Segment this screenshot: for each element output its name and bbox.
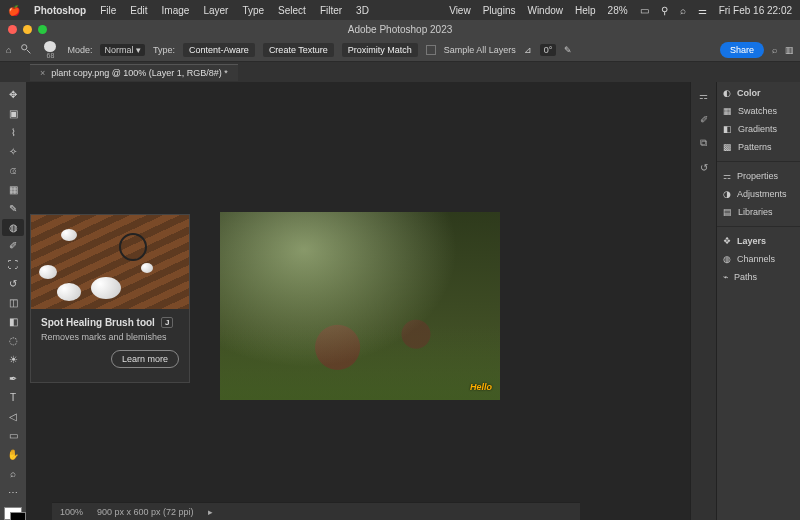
libraries-icon: ▤ (723, 207, 732, 217)
extras-icon[interactable]: ⋯ (2, 484, 24, 501)
pen-tool-icon[interactable]: ✒ (2, 370, 24, 387)
panel-patterns[interactable]: ▩Patterns (723, 140, 794, 154)
window-titlebar: Adobe Photoshop 2023 (0, 20, 800, 38)
pressure-icon[interactable]: ✎ (564, 45, 572, 55)
panel-color[interactable]: ◐Color (723, 86, 794, 100)
tooltip-image (31, 215, 189, 309)
properties-ribbon-icon[interactable]: ⚎ (695, 86, 713, 104)
properties-icon: ⚎ (723, 171, 731, 181)
eyedropper-tool-icon[interactable]: ✎ (2, 200, 24, 217)
move-tool-icon[interactable]: ✥ (2, 86, 24, 103)
panel-gradients[interactable]: ◧Gradients (723, 122, 794, 136)
paths-icon: ⌁ (723, 272, 728, 282)
menu-filter[interactable]: Filter (320, 5, 342, 16)
panel-layers[interactable]: ❖Layers (723, 234, 794, 248)
workspace-icon[interactable]: ▥ (785, 45, 794, 55)
search-icon[interactable]: ⌕ (772, 45, 777, 55)
channels-icon: ◍ (723, 254, 731, 264)
doc-dimensions[interactable]: 900 px x 600 px (72 ppi) (97, 507, 194, 517)
document-tab[interactable]: × plant copy.png @ 100% (Layer 1, RGB/8#… (30, 64, 238, 81)
share-button[interactable]: Share (720, 42, 764, 58)
document-tab-bar: × plant copy.png @ 100% (Layer 1, RGB/8#… (0, 62, 800, 82)
panel-libraries[interactable]: ▤Libraries (723, 205, 794, 219)
status-bar: 100% 900 px x 600 px (72 ppi) ▸ (52, 502, 580, 520)
lasso-tool-icon[interactable]: ⌇ (2, 124, 24, 141)
options-bar: ⌂ 68 Mode: Normal ▾ Type: Content-Aware … (0, 38, 800, 62)
zoom-tool-icon[interactable]: ⌕ (2, 465, 24, 482)
learn-more-button[interactable]: Learn more (111, 350, 179, 368)
blur-tool-icon[interactable]: ◌ (2, 332, 24, 349)
stamp-tool-icon[interactable]: ⛶ (2, 256, 24, 273)
brush-preview[interactable]: 68 (41, 41, 59, 59)
brush-tool-icon[interactable]: ✐ (2, 238, 24, 255)
panel-paths[interactable]: ⌁Paths (723, 270, 794, 284)
panel-properties[interactable]: ⚎Properties (723, 169, 794, 183)
type-label: Type: (153, 45, 175, 55)
brushes-ribbon-icon[interactable]: ✐ (695, 110, 713, 128)
menu-image[interactable]: Image (162, 5, 190, 16)
mode-select[interactable]: Normal ▾ (100, 44, 145, 56)
panels-dock: ◐Color ▦Swatches ◧Gradients ▩Patterns ⚎P… (716, 82, 800, 520)
menu-edit[interactable]: Edit (130, 5, 147, 16)
menu-select[interactable]: Select (278, 5, 306, 16)
menu-window[interactable]: Window (527, 5, 563, 16)
type-proximity-match[interactable]: Proximity Match (342, 43, 418, 57)
history-ribbon-icon[interactable]: ↺ (695, 158, 713, 176)
sample-all-label: Sample All Layers (444, 45, 516, 55)
panel-swatches[interactable]: ▦Swatches (723, 104, 794, 118)
mode-label: Mode: (67, 45, 92, 55)
type-create-texture[interactable]: Create Texture (263, 43, 334, 57)
canvas-area: Spot Healing Brush toolJ Removes marks a… (26, 82, 690, 520)
wand-tool-icon[interactable]: ✧ (2, 143, 24, 160)
tools-panel: ✥ ▣ ⌇ ✧ ⟃ ▦ ✎ ◍ ✐ ⛶ ↺ ◫ ◧ ◌ ☀ ✒ T ◁ ▭ ✋ … (0, 82, 26, 520)
swatches-icon: ▦ (723, 106, 732, 116)
history-brush-tool-icon[interactable]: ↺ (2, 275, 24, 292)
path-tool-icon[interactable]: ◁ (2, 408, 24, 425)
menu-file[interactable]: File (100, 5, 116, 16)
frame-tool-icon[interactable]: ▦ (2, 181, 24, 198)
panel-adjustments[interactable]: ◑Adjustments (723, 187, 794, 201)
color-swatch-icon[interactable] (4, 507, 22, 520)
type-tool-icon[interactable]: T (2, 389, 24, 406)
clone-ribbon-icon[interactable]: ⧉ (695, 134, 713, 152)
dodge-tool-icon[interactable]: ☀ (2, 351, 24, 368)
color-wheel-icon: ◐ (723, 88, 731, 98)
panel-channels[interactable]: ◍Channels (723, 252, 794, 266)
sample-all-checkbox[interactable] (426, 45, 436, 55)
status-chevron-icon[interactable]: ▸ (208, 507, 213, 517)
marquee-tool-icon[interactable]: ▣ (2, 105, 24, 122)
spot-heal-tool-icon[interactable]: ◍ (2, 219, 24, 236)
app-name[interactable]: Photoshop (34, 5, 86, 16)
tooltip-title: Spot Healing Brush tool (41, 317, 155, 328)
shape-tool-icon[interactable]: ▭ (2, 427, 24, 444)
tool-tooltip: Spot Healing Brush toolJ Removes marks a… (30, 214, 190, 383)
window-title: Adobe Photoshop 2023 (0, 24, 800, 35)
tool-preset-icon[interactable] (19, 42, 33, 58)
menu-plugins[interactable]: Plugins (483, 5, 516, 16)
control-center-icon[interactable]: ⚌ (698, 5, 707, 16)
type-content-aware[interactable]: Content-Aware (183, 43, 255, 57)
home-icon[interactable]: ⌂ (6, 45, 11, 55)
menu-type[interactable]: Type (242, 5, 264, 16)
document-canvas[interactable]: Hello (220, 212, 500, 400)
menu-layer[interactable]: Layer (203, 5, 228, 16)
menu-help[interactable]: Help (575, 5, 596, 16)
apple-icon[interactable]: 🍎 (8, 5, 20, 16)
menu-3d[interactable]: 3D (356, 5, 369, 16)
gradient-tool-icon[interactable]: ◧ (2, 313, 24, 330)
patterns-icon: ▩ (723, 142, 732, 152)
clock[interactable]: Fri Feb 16 22:02 (719, 5, 792, 16)
eraser-tool-icon[interactable]: ◫ (2, 294, 24, 311)
canvas-watermark: Hello (470, 382, 492, 392)
crop-tool-icon[interactable]: ⟃ (2, 162, 24, 179)
angle-field[interactable]: 0° (540, 44, 557, 56)
hand-tool-icon[interactable]: ✋ (2, 446, 24, 463)
battery-label: 28% (608, 5, 628, 16)
spotlight-icon[interactable]: ⌕ (680, 5, 686, 16)
collapsed-panels-ribbon: ⚎ ✐ ⧉ ↺ (690, 82, 716, 520)
tooltip-desc: Removes marks and blemishes (41, 332, 179, 342)
close-tab-icon[interactable]: × (40, 68, 45, 78)
menu-view[interactable]: View (449, 5, 471, 16)
wifi-icon[interactable]: ⚲ (661, 5, 668, 16)
zoom-level[interactable]: 100% (60, 507, 83, 517)
